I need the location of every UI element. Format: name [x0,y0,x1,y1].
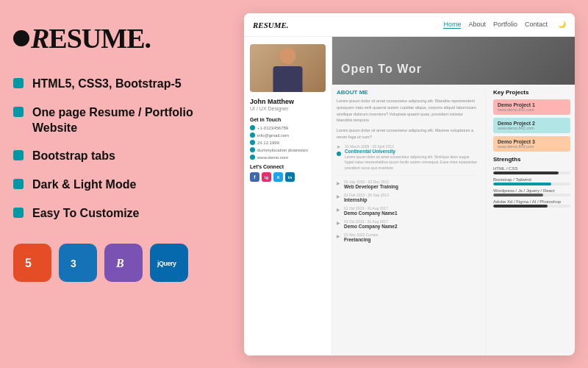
work-item[interactable]: ▶ 01 Feb 2013 - 26 Sep 2013 Internship [337,193,478,202]
work-title: Web Developer Training [344,184,398,189]
strength-bar-fill [493,194,543,197]
contact-phone: +1-0123456789 [250,125,326,130]
preview-container: RESUME. Home About Portfolio Contact 🌙 J… [244,13,575,355]
avatar-head [280,48,296,64]
bullet-icon [13,179,24,189]
social-links: f ig X in [250,172,326,182]
strength-item-3: Wordpress / Js / Jquery / React [493,188,570,197]
feature-label: Easy To Customize [32,206,140,222]
work-title: Internship [344,197,389,202]
facebook-icon[interactable]: f [250,172,259,182]
work-title: Freelancing [344,237,378,242]
project-card-3[interactable]: Demo Project 3 www.demo.843.com [493,136,570,152]
project-url: www.demo.843.com [498,144,566,149]
project-name: Demo Project 1 [498,102,566,107]
email-text: info@gmail.com [257,133,289,138]
twitter-icon[interactable]: X [273,172,283,182]
strength-label: HTML / CSS [493,166,570,171]
nav-link-home[interactable]: Home [443,21,461,29]
tech-badges: 5 3 B jQuery [13,244,219,282]
preview-right-col: Key Projects Demo Project 1 www.demo.842… [493,89,570,355]
expand-icon: ▶ [337,207,340,212]
contact-dob: 24.12.1996 [250,140,326,145]
dob-text: 24.12.1996 [257,141,279,145]
linkedin-icon[interactable]: in [285,172,295,182]
timeline-org: Continental University [345,149,478,154]
project-name: Demo Project 2 [498,121,566,126]
svg-text:3: 3 [71,258,76,269]
svg-text:5: 5 [25,257,32,269]
project-card-1[interactable]: Demo Project 1 www.demo.842.com [493,99,570,115]
list-item: HTML5, CSS3, Bootstrap-5 [13,77,219,92]
list-item: One page Resume / Portfolio Website [13,105,219,136]
work-title: Demo Company Name2 [344,224,398,229]
feature-label: One page Resume / Portfolio Website [32,105,219,136]
list-item: Dark & Light Mode [13,177,219,193]
email-icon [250,132,255,138]
bullet-icon [13,150,24,160]
logo-text: RESUME. [31,22,151,54]
preview-logo: RESUME. [253,21,289,29]
svg-text:jQuery: jQuery [157,260,176,267]
work-item[interactable]: ▶ 01 Nov 2022 Current Freelancing [337,233,478,242]
svg-text:B: B [115,257,124,269]
strength-bar-bg [493,183,570,185]
features-list: HTML5, CSS3, Bootstrap-5 One page Resume… [13,77,219,222]
nav-dark-toggle[interactable]: 🌙 [558,21,566,29]
hero-text: Open To Wor [341,63,422,76]
dob-icon [250,140,255,145]
nav-link-portfolio[interactable]: Portfolio [493,21,517,29]
strength-label: Adobe Xd / Figma / AI / Photoshop [493,199,570,204]
feature-label: HTML5, CSS3, Bootstrap-5 [32,77,182,92]
list-item: Easy To Customize [13,206,219,222]
preview-avatar [250,44,326,92]
location-text: dummylocation downtown [257,148,308,152]
bullet-icon [13,107,24,117]
work-title: Demo Company Name1 [344,210,398,216]
strength-label: Bootstrap / Tailwind [493,177,570,182]
avatar-figure [271,48,304,92]
preview-body: John Matthew UI / UX Designer Get in Tou… [244,37,575,355]
expand-icon: ▶ [337,180,340,185]
work-item[interactable]: ▶ 01 Oct 2013 - 31 Aug 2017 Demo Company… [337,206,478,216]
get-in-touch-label: Get in Touch [250,117,326,122]
phone-icon [250,125,255,130]
expand-icon: ▶ [337,233,340,238]
strength-bar-fill [493,183,551,185]
logo-r-letter: R [31,23,49,54]
feature-label: Dark & Light Mode [32,177,136,193]
logo-dot [13,30,29,46]
about-text-2: Lorem ipsum dolor sit amet consectetur a… [337,127,478,141]
badge-css: 3 [59,244,97,282]
project-card-2[interactable]: Demo Project 2 www.demo.842.com [493,118,570,133]
contact-email: info@gmail.com [250,132,326,138]
strength-bar-bg [493,194,570,197]
nav-link-about[interactable]: About [468,21,486,29]
preview-main: Open To Wor ABOUT ME Lorem ipsum dolor s… [332,37,575,355]
person-title: UI / UX Designer [250,106,326,111]
preview-about: ABOUT ME Lorem ipsum dolor sit amet cons… [337,89,478,355]
work-item[interactable]: ▶ 01 July 2010 - 03 Dec 2012 Web Develop… [337,180,478,189]
strength-item-4: Adobe Xd / Figma / AI / Photoshop [493,199,570,208]
preview-content: ABOUT ME Lorem ipsum dolor sit amet cons… [332,89,575,355]
work-item[interactable]: ▶ 01 Oct 2013 - 31 Aug 2017 Demo Company… [337,219,478,229]
project-name: Demo Project 3 [498,139,566,144]
preview-hero: Open To Wor [332,37,575,85]
logo-area: RESUME. [13,22,219,54]
contact-location: dummylocation downtown [250,147,326,152]
logo-suffix: ESUME. [49,23,151,54]
avatar-body [273,66,303,92]
nav-link-contact[interactable]: Contact [525,21,548,29]
strength-bar-bg [493,171,570,174]
strengths-title: Strengths [493,156,570,163]
strength-item-1: HTML / CSS [493,166,570,174]
strength-label: Wordpress / Js / Jquery / React [493,188,570,193]
timeline-dot [337,152,341,156]
preview-sidebar: John Matthew UI / UX Designer Get in Tou… [244,37,332,355]
project-url: www.demo.842.com [498,107,566,112]
project-url: www.demo.842.com [498,126,566,130]
instagram-icon[interactable]: ig [262,172,271,182]
strength-bar-fill [493,171,559,174]
badge-jquery: jQuery [150,244,188,282]
badge-html: 5 [13,244,51,282]
